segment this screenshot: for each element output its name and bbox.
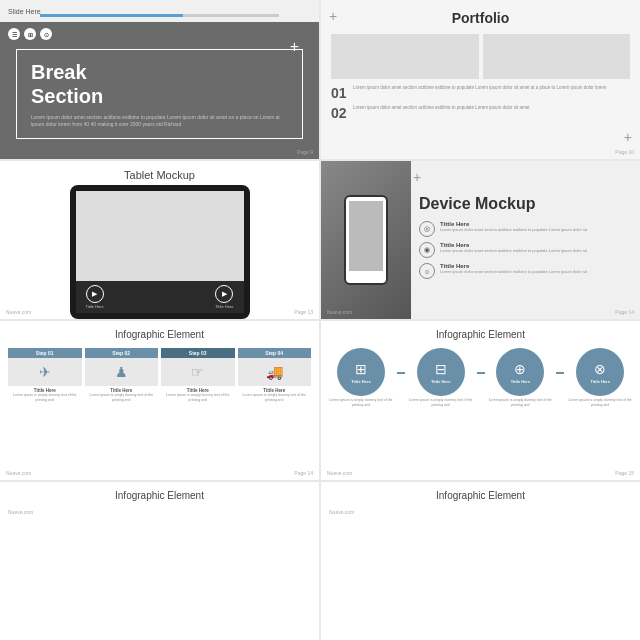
tablet-btn-left: ▶ Tittle Here	[86, 285, 104, 309]
progress-fill	[40, 14, 183, 17]
slide-icons: ☰ ⊞ ⊙	[8, 28, 52, 40]
device-desc-1: Lorem ipsum dolor amet section actibine …	[440, 227, 587, 233]
circle-icon: ⊙	[40, 28, 52, 40]
device-title: Device Mockup	[419, 195, 632, 213]
page-number: Page 10	[615, 149, 634, 155]
plus-top-left: +	[329, 8, 337, 24]
infographic-steps-slide: Infographic Element Step 01 ✈ Tittle Her…	[0, 321, 319, 480]
plus-decoration: +	[290, 38, 299, 56]
device-plus: +	[413, 169, 421, 185]
device-icon-3: ☺	[419, 263, 435, 279]
circle-1: ⊞ Tittle Here Lorem ipsum is simply dumm…	[329, 348, 393, 407]
device-icon-2: ◉	[419, 242, 435, 258]
step-2-desc: Lorem ipsum is simply dummy text of the …	[85, 393, 159, 402]
device-icon-1: ◎	[419, 221, 435, 237]
infographic-title-5: Infographic Element	[8, 329, 311, 340]
portfolio-text-1: Lorem ipsum dolor amet section actibine …	[353, 85, 606, 91]
phone-hand	[321, 161, 411, 320]
circle-3-outer: ⊕ Tittle Here	[496, 348, 544, 396]
phone-body	[344, 195, 388, 285]
infographic-slide-7: Infographic Element Nueve.com	[0, 482, 319, 641]
infographic-title-6: Infographic Element	[329, 329, 632, 340]
portfolio-items: 01 Lorem ipsum dolor amet section actibi…	[331, 85, 630, 121]
circle-2-icon: ⊟	[435, 361, 447, 377]
circle-4: ⊗ Tittle Here Lorem ipsum is simply dumm…	[568, 348, 632, 407]
circle-2: ⊟ Tittle Here Lorem ipsum is simply dumm…	[409, 348, 473, 407]
circle-connector-3	[556, 372, 564, 374]
menu-icon: ☰	[8, 28, 20, 40]
step-3: Step 03 ☞ Tittle Here Lorem ipsum is sim…	[161, 348, 235, 402]
portfolio-text-2: Lorem ipsum dolor amet section actibine …	[353, 105, 530, 111]
slide-top-text: Slide Here	[8, 8, 41, 15]
brand: Nueve.com	[6, 309, 31, 315]
break-section-box: BreakSection Lorem ipsum dolor amet sect…	[16, 49, 303, 139]
tablet-btn-right: ▶ Tittle Here	[215, 285, 233, 309]
circle-4-title: Tittle Here	[590, 379, 610, 384]
circle-1-title: Tittle Here	[351, 379, 371, 384]
step-2: Step 02 ♟ Tittle Here Lorem ipsum is sim…	[85, 348, 159, 402]
circle-1-outer: ⊞ Tittle Here	[337, 348, 385, 396]
step-1-icon: ✈	[8, 358, 82, 386]
circle-3-title: Tittle Here	[511, 379, 531, 384]
circle-3-desc: Lorem ipsum is simply dummy text of the …	[489, 398, 553, 407]
portfolio-num-1: 01	[331, 85, 347, 101]
portfolio-title: Portfolio	[331, 10, 630, 26]
youtube-icon: ▶	[215, 285, 233, 303]
break-section-subtitle: Lorem ipsum dolor amet section actibine …	[31, 114, 288, 128]
page-number: Page 14	[615, 309, 634, 315]
device-item-1: ◎ Tittle Here Lorem ipsum dolor amet sec…	[419, 221, 632, 237]
infographic-circles-slide: Infographic Element ⊞ Tittle Here Lorem …	[321, 321, 640, 480]
circle-4-outer: ⊗ Tittle Here	[576, 348, 624, 396]
progress-bar	[40, 14, 279, 17]
circle-4-icon: ⊗	[594, 361, 606, 377]
brand: Nueve.com	[327, 309, 352, 315]
step-1: Step 01 ✈ Tittle Here Lorem ipsum is sim…	[8, 348, 82, 402]
circle-connector-1	[397, 372, 405, 374]
step-4-desc: Lorem ipsum is simply dummy text of the …	[238, 393, 312, 402]
tablet-btn-left-label: Tittle Here	[86, 304, 104, 309]
device-item-text-1: Tittle Here Lorem ipsum dolor amet secti…	[440, 221, 587, 233]
step-4-header: Step 04	[238, 348, 312, 358]
break-section-title: BreakSection	[31, 60, 288, 108]
circle-2-outer: ⊟ Tittle Here	[417, 348, 465, 396]
portfolio-slide: + + Portfolio 01 Lorem ipsum dolor amet …	[321, 0, 640, 159]
grid-icon: ⊞	[24, 28, 36, 40]
portfolio-image-1	[331, 34, 479, 79]
device-item-3: ☺ Tittle Here Lorem ipsum dolor amet sec…	[419, 263, 632, 279]
brand: Nueve.com	[8, 509, 311, 515]
device-desc-3: Lorem ipsum dolor amet section actibine …	[440, 269, 587, 275]
device-item-text-3: Tittle Here Lorem ipsum dolor amet secti…	[440, 263, 587, 275]
page-number: Page 9	[297, 149, 313, 155]
device-item-2: ◉ Tittle Here Lorem ipsum dolor amet sec…	[419, 242, 632, 258]
step-3-desc: Lorem ipsum is simply dummy text of the …	[161, 393, 235, 402]
device-content: + Device Mockup ◎ Tittle Here Lorem ipsu…	[411, 161, 640, 320]
brand: Nueve.com	[6, 470, 31, 476]
circle-2-desc: Lorem ipsum is simply dummy text of the …	[409, 398, 473, 407]
infographic-title-7: Infographic Element	[8, 490, 311, 501]
portfolio-num-2: 02	[331, 105, 347, 121]
circle-3: ⊕ Tittle Here Lorem ipsum is simply dumm…	[489, 348, 553, 407]
tablet-title: Tablet Mockup	[124, 169, 195, 181]
device-mockup-slide: + Device Mockup ◎ Tittle Here Lorem ipsu…	[321, 161, 640, 320]
play-icon: ▶	[86, 285, 104, 303]
break-section-slide: Slide Here ☰ ⊞ ⊙ + BreakSection Lorem ip…	[0, 0, 319, 159]
plus-bottom-right: +	[624, 129, 632, 145]
circle-3-icon: ⊕	[514, 361, 526, 377]
tablet-btn-right-label: Tittle Here	[215, 304, 233, 309]
device-desc-2: Lorem ipsum dolor amet section actibine …	[440, 248, 587, 254]
brand: Nueve.com	[327, 470, 352, 476]
page-number: Page 15	[615, 470, 634, 476]
circle-2-title: Tittle Here	[431, 379, 451, 384]
portfolio-image-2	[483, 34, 631, 79]
tablet-screen	[76, 191, 244, 281]
step-1-header: Step 01	[8, 348, 82, 358]
circles-row: ⊞ Tittle Here Lorem ipsum is simply dumm…	[329, 348, 632, 407]
step-1-desc: Lorem ipsum is simply dummy text of the …	[8, 393, 82, 402]
step-2-header: Step 02	[85, 348, 159, 358]
circle-1-desc: Lorem ipsum is simply dummy text of the …	[329, 398, 393, 407]
steps-row: Step 01 ✈ Tittle Here Lorem ipsum is sim…	[8, 348, 311, 402]
step-4: Step 04 🚚 Tittle Here Lorem ipsum is sim…	[238, 348, 312, 402]
infographic-slide-8: Infographic Element Nueve.com	[321, 482, 640, 641]
phone-screen	[349, 201, 383, 271]
portfolio-image-grid	[331, 34, 630, 79]
